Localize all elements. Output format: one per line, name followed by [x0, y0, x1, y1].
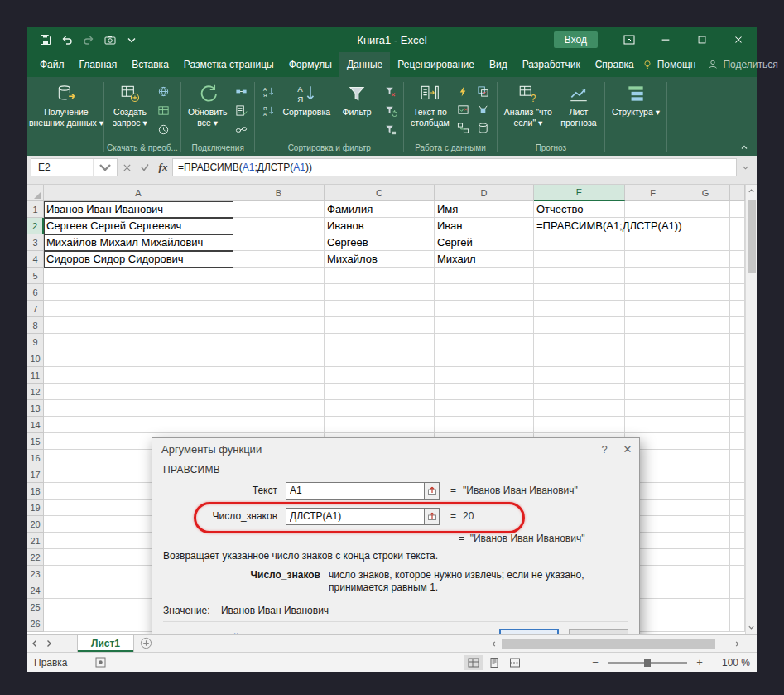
- argument-input-2[interactable]: [286, 509, 424, 524]
- function-help-link[interactable]: Справка по этой функции: [163, 632, 281, 634]
- horizontal-scrollbar[interactable]: [487, 637, 743, 650]
- cell-A14[interactable]: [44, 417, 233, 433]
- cell-H16[interactable]: [730, 450, 745, 466]
- dialog-close-button[interactable]: ✕: [616, 438, 639, 460]
- cell-D11[interactable]: [435, 367, 534, 384]
- tab-вид[interactable]: Вид: [482, 52, 515, 77]
- cell-B3[interactable]: [233, 234, 325, 251]
- row-header-20[interactable]: 20: [27, 516, 44, 533]
- cell-F12[interactable]: [625, 384, 681, 400]
- sheet-nav-right-button[interactable]: [41, 635, 55, 652]
- cell-G26[interactable]: [681, 615, 730, 632]
- cell-B13[interactable]: [233, 400, 325, 417]
- cell-A12[interactable]: [44, 384, 233, 400]
- cell-B9[interactable]: [233, 334, 325, 350]
- ribbon-button-properties[interactable]: [232, 102, 250, 118]
- cell-C11[interactable]: [325, 367, 435, 384]
- tab-формулы[interactable]: Формулы: [281, 52, 339, 77]
- tab-главная[interactable]: Главная: [72, 52, 125, 77]
- cell-G20[interactable]: [681, 516, 730, 533]
- cell-F11[interactable]: [625, 367, 681, 384]
- cell-G7[interactable]: [681, 301, 730, 317]
- ribbon-button-создать-запрос[interactable]: Создатьзапрос ▾: [108, 81, 152, 128]
- column-header-partial[interactable]: [730, 185, 745, 201]
- new-sheet-button[interactable]: [134, 635, 157, 652]
- zoom-slider[interactable]: [608, 657, 687, 668]
- cell-E2[interactable]: =ПРАВСИМВ(A1;ДЛСТР(A1)): [534, 218, 625, 234]
- cell-C2[interactable]: Иванов: [325, 218, 435, 234]
- select-all-corner[interactable]: [27, 185, 44, 201]
- enter-entry-button[interactable]: [136, 158, 154, 176]
- cell-A6[interactable]: [44, 284, 233, 301]
- cell-H5[interactable]: [730, 268, 745, 284]
- cell-E12[interactable]: [534, 384, 625, 400]
- cell-H8[interactable]: [730, 317, 745, 334]
- cell-H2[interactable]: [730, 218, 745, 234]
- cell-E14[interactable]: [534, 417, 625, 433]
- cell-G17[interactable]: [681, 466, 730, 483]
- row-header-3[interactable]: 3: [27, 234, 44, 251]
- collapse-dialog-button[interactable]: [424, 483, 439, 499]
- cell-A10[interactable]: [44, 350, 233, 367]
- expand-formula-bar-button[interactable]: [737, 158, 753, 176]
- insert-function-button[interactable]: fx: [154, 158, 172, 176]
- view-page-break-button[interactable]: [506, 655, 524, 670]
- row-header-14[interactable]: 14: [27, 417, 44, 433]
- cell-H23[interactable]: [730, 566, 745, 582]
- cell-G19[interactable]: [681, 500, 730, 516]
- row-header-26[interactable]: 26: [27, 615, 44, 632]
- scroll-down-button[interactable]: [746, 621, 757, 634]
- name-box-dropdown-icon[interactable]: [93, 159, 117, 176]
- cell-G4[interactable]: [681, 251, 730, 268]
- cell-G16[interactable]: [681, 450, 730, 466]
- cell-B8[interactable]: [233, 317, 325, 334]
- tab-справка[interactable]: Справка: [588, 52, 642, 77]
- cell-E6[interactable]: [534, 284, 625, 301]
- cell-C5[interactable]: [325, 268, 435, 284]
- cell-C9[interactable]: [325, 334, 435, 350]
- ribbon-button-reapply-filter[interactable]: [381, 102, 399, 118]
- cell-F6[interactable]: [625, 284, 681, 301]
- formula-input[interactable]: =ПРАВСИМВ(A1;ДЛСТР(A1)): [172, 158, 737, 176]
- cell-A11[interactable]: [44, 367, 233, 384]
- ribbon-button-data-model[interactable]: [474, 119, 493, 136]
- cell-G5[interactable]: [681, 268, 730, 284]
- cell-A9[interactable]: [44, 334, 233, 350]
- ribbon-button-remove-duplicates[interactable]: [474, 83, 493, 99]
- dialog-help-button[interactable]: ?: [593, 438, 616, 460]
- row-header-5[interactable]: 5: [27, 268, 44, 284]
- cell-E1[interactable]: Отчество: [534, 201, 625, 218]
- cell-G23[interactable]: [681, 566, 730, 582]
- ribbon-button-сортировка[interactable]: АЯСортировка: [280, 81, 333, 118]
- cell-D3[interactable]: Сергей: [435, 234, 534, 251]
- row-header-2[interactable]: 2: [27, 218, 44, 234]
- row-header-25[interactable]: 25: [27, 599, 44, 615]
- cell-H21[interactable]: [730, 533, 745, 549]
- cell-D9[interactable]: [435, 334, 534, 350]
- row-header-19[interactable]: 19: [27, 500, 44, 516]
- cell-E8[interactable]: [534, 317, 625, 334]
- ribbon-display-options-button[interactable]: [611, 27, 647, 52]
- cell-H7[interactable]: [730, 301, 745, 317]
- cell-D12[interactable]: [435, 384, 534, 400]
- cell-D4[interactable]: Михаил: [435, 251, 534, 268]
- sign-in-button[interactable]: Вход: [554, 31, 598, 48]
- ribbon-button-advanced-filter[interactable]: [381, 121, 399, 138]
- scroll-left-button[interactable]: [487, 637, 500, 650]
- cell-H6[interactable]: [730, 284, 745, 301]
- ribbon-button-лист-прогноза[interactable]: Листпрогноза: [557, 81, 600, 128]
- collapse-dialog-button[interactable]: [424, 509, 439, 524]
- cell-H18[interactable]: [730, 483, 745, 500]
- ribbon-button-фильтр[interactable]: Фильтр: [335, 81, 378, 118]
- ribbon-button-clear-filter[interactable]: [381, 83, 399, 99]
- cell-C12[interactable]: [325, 384, 435, 400]
- row-header-11[interactable]: 11: [27, 367, 44, 384]
- ribbon-button-текстпо-столбцам[interactable]: Текст постолбцам: [408, 81, 452, 128]
- row-header-7[interactable]: 7: [27, 301, 44, 317]
- cell-H15[interactable]: [730, 433, 745, 450]
- tab-вставка[interactable]: Вставка: [124, 52, 176, 77]
- cell-E5[interactable]: [534, 268, 625, 284]
- ribbon-button-web-source[interactable]: [154, 83, 172, 99]
- argument-input-1[interactable]: [286, 483, 424, 499]
- cell-C8[interactable]: [325, 317, 435, 334]
